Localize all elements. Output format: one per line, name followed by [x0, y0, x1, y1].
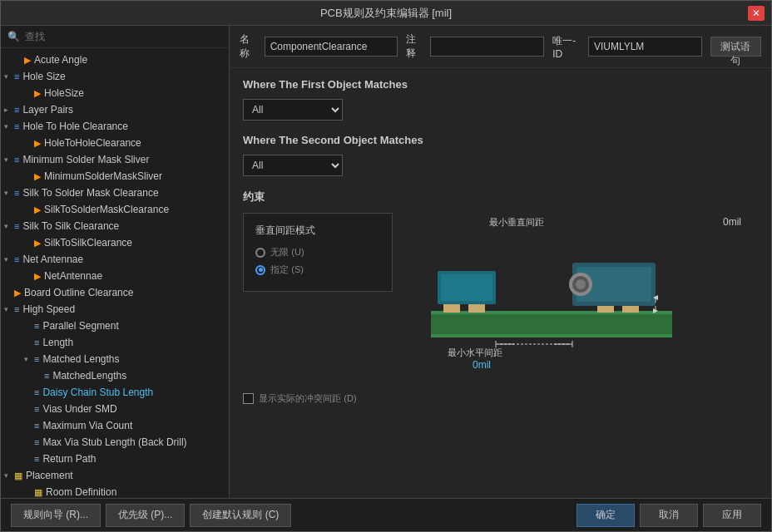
unique-id-input[interactable] [588, 37, 702, 57]
where-first-section: Where The First Object Matches All Net N… [243, 78, 758, 121]
tree-item-max-via-stub[interactable]: ≡ Max Via Stub Length (Back Drill) [1, 434, 229, 451]
rule-header: 名称 注释 唯一-ID 测试语句 [230, 26, 771, 68]
tree-label: Placement [26, 470, 73, 481]
tree-label: Room Definition [46, 486, 116, 498]
tree-label: Hole To Hole Clearance [22, 121, 128, 132]
create-defaults-button[interactable]: 创建默认规则 (C) [190, 504, 291, 527]
rule-icon: ≡ [34, 321, 39, 331]
tree-item-acute-angle[interactable]: ▶ Acute Angle [1, 52, 229, 68]
radio-unlimited-row[interactable]: 无限 (U) [255, 246, 380, 259]
tree-arrow-down: ▾ [4, 155, 12, 164]
tree-item-min-solder[interactable]: ▾ ≡ Minimum Solder Mask Sliver [1, 151, 229, 168]
rule-icon: ≡ [34, 404, 39, 414]
tree-item-vias-under-smd[interactable]: ≡ Vias Under SMD [1, 401, 229, 417]
svg-rect-8 [441, 274, 492, 301]
tree-item-netantennae[interactable]: ▶ NetAntennae [1, 268, 229, 284]
tree-label: Matched Lengths [42, 353, 119, 365]
radio-unlimited-label: 无限 (U) [270, 246, 304, 259]
tree-arrow-down: ▾ [4, 305, 12, 313]
tree-item-hole-to-hole[interactable]: ▾ ≡ Hole To Hole Clearance [1, 118, 229, 135]
tree-item-minsoldermasklsiver[interactable]: ▶ MinimumSolderMaskSliver [1, 168, 229, 185]
where-first-title: Where The First Object Matches [243, 78, 758, 91]
tree-item-silktosoldermaskclearance[interactable]: ▶ SilkToSolderMaskClearance [1, 201, 229, 218]
tree-item-holetoholeclearance[interactable]: ▶ HoleToHoleClearance [1, 135, 229, 151]
tree-item-layer-pairs[interactable]: ▸ ≡ Layer Pairs [1, 101, 229, 118]
tree-item-matchedlengths[interactable]: ≡ MatchedLengths [1, 367, 229, 384]
gap-mode-box: 垂直间距模式 无限 (U) 指定 (S) [243, 213, 393, 292]
svg-rect-2 [431, 334, 672, 337]
tree-item-silk-solder[interactable]: ▾ ≡ Silk To Solder Mask Clearance [1, 185, 229, 201]
rule-icon: ▶ [34, 271, 41, 282]
tree-item-holesize[interactable]: ▶ HoleSize [1, 85, 229, 101]
tree-label: Max Via Stub Length (Back Drill) [42, 436, 186, 448]
main-window: PCB规则及约束编辑器 [mil] ✕ 🔍 ▶ Acute Angle ▾ [0, 0, 772, 532]
tree-label: Acute Angle [34, 54, 87, 66]
tree-item-hole-size[interactable]: ▾ ≡ Hole Size [1, 68, 229, 85]
name-label: 名称 [240, 32, 256, 61]
tree-item-room-definition[interactable]: ▦ Room Definition [1, 484, 229, 498]
gap-mode-title: 垂直间距模式 [255, 224, 380, 238]
show-actual-checkbox[interactable] [243, 393, 254, 404]
tree-label: SilkToSolderMaskClearance [44, 204, 169, 215]
show-actual-row[interactable]: 显示实际的冲突间距 (D) [243, 392, 758, 405]
show-actual-label: 显示实际的冲突间距 (D) [259, 392, 357, 405]
tree-label: Layer Pairs [22, 104, 73, 116]
rule-icon: ▶ [34, 238, 41, 249]
comment-input[interactable] [430, 37, 544, 57]
tree-item-placement[interactable]: ▾ ▦ Placement [1, 467, 229, 484]
search-input[interactable] [25, 31, 222, 42]
radio-unlimited-btn[interactable] [255, 248, 265, 258]
left-panel: 🔍 ▶ Acute Angle ▾ ≡ Hole Size [1, 26, 230, 498]
tree-item-high-speed[interactable]: ▾ ≡ High Speed [1, 301, 229, 318]
bottom-right-buttons: 确定 取消 应用 [577, 504, 761, 527]
rule-icon: ≡ [44, 371, 49, 381]
priority-button[interactable]: 优先级 (P)... [106, 504, 185, 527]
radio-specified-label: 指定 (S) [270, 264, 304, 276]
tree-label: Hole Size [22, 71, 65, 82]
bottom-left-buttons: 规则向导 (R)... 优先级 (P)... 创建默认规则 (C) [11, 504, 291, 527]
radio-specified-btn[interactable] [255, 265, 265, 275]
rule-icon: ▶ [34, 88, 41, 99]
tree-item-max-via-count[interactable]: ≡ Maximum Via Count [1, 417, 229, 434]
where-second-dropdown[interactable]: All Net Net Class Layer Custom [243, 155, 343, 176]
group-icon: ≡ [14, 121, 19, 131]
group-icon: ≡ [14, 155, 19, 165]
diagram-container: 最小垂直间距 0mil [406, 213, 758, 377]
tree-item-parallel-segment[interactable]: ≡ Parallel Segment [1, 318, 229, 334]
where-first-dropdown[interactable]: All Net Net Class Layer Custom [243, 99, 343, 121]
tree-item-silk-silk[interactable]: ▾ ≡ Silk To Silk Clearance [1, 218, 229, 234]
tree-item-length[interactable]: ≡ Length [1, 334, 229, 351]
name-input[interactable] [265, 37, 398, 57]
min-h-value: 0mil [473, 359, 491, 371]
tree-item-return-path[interactable]: ≡ Return Path [1, 451, 229, 467]
tree-item-silktosilkclearance[interactable]: ▶ SilkToSilkClearance [1, 234, 229, 251]
tree-arrow-down: ▾ [4, 72, 12, 81]
tree-arrow-down: ▾ [4, 222, 12, 230]
tree-item-board-outline[interactable]: ▶ Board Outline Clearance [1, 284, 229, 301]
constraint-body: 垂直间距模式 无限 (U) 指定 (S) [243, 213, 758, 377]
rule-icon: ≡ [34, 421, 39, 431]
test-sentence-button[interactable]: 测试语句 [710, 37, 761, 57]
tree-label: SilkToSilkClearance [44, 237, 132, 249]
group-icon: ≡ [14, 105, 19, 115]
min-v-label: 最小垂直间距 [489, 216, 544, 229]
tree-label: Silk To Silk Clearance [22, 220, 119, 232]
group-icon: ≡ [14, 221, 19, 231]
group-icon: ≡ [14, 188, 19, 198]
rule-icon: ≡ [34, 354, 39, 364]
rule-icon: ▶ [24, 55, 31, 66]
folder-icon: ▦ [14, 470, 22, 481]
window-title: PCB规则及约束编辑器 [mil] [24, 6, 748, 21]
ok-button[interactable]: 确定 [577, 504, 635, 527]
tree-item-matched-lengths[interactable]: ▾ ≡ Matched Lengths [1, 351, 229, 367]
tree-arrow-down: ▾ [4, 255, 12, 264]
rule-body: Where The First Object Matches All Net N… [230, 68, 771, 498]
radio-specified-row[interactable]: 指定 (S) [255, 264, 380, 276]
title-bar: PCB规则及约束编辑器 [mil] ✕ [1, 1, 771, 26]
close-button[interactable]: ✕ [748, 6, 765, 21]
cancel-button[interactable]: 取消 [640, 504, 698, 527]
tree-item-net-antennae[interactable]: ▾ ≡ Net Antennae [1, 251, 229, 268]
tree-item-daisy-chain[interactable]: ≡ Daisy Chain Stub Length [1, 384, 229, 401]
apply-button[interactable]: 应用 [703, 504, 761, 527]
rules-wizard-button[interactable]: 规则向导 (R)... [11, 504, 101, 527]
